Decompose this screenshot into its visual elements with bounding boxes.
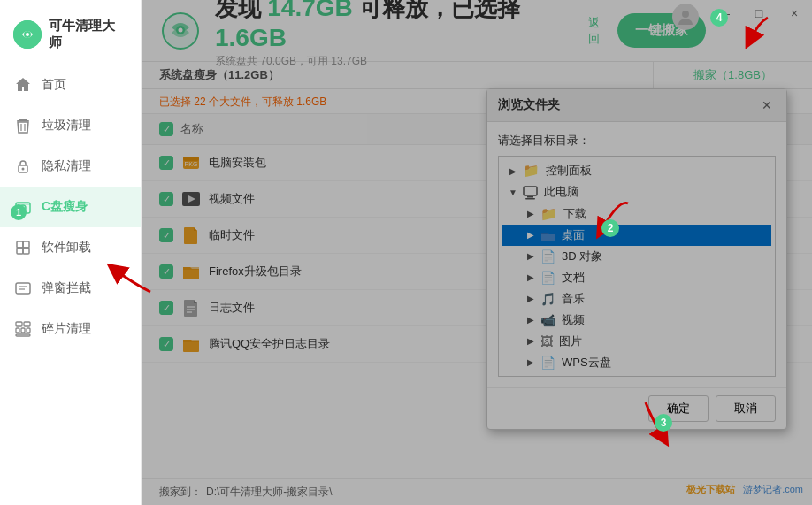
sidebar-item-cdisk-label: C盘瘦身 [42, 199, 88, 215]
sidebar-item-popup[interactable]: 弹窗拦截 [0, 268, 141, 309]
svg-point-2 [26, 33, 29, 36]
sidebar-item-privacy[interactable]: 隐私清理 [0, 146, 141, 187]
sidebar-item-popup-label: 弹窗拦截 [42, 280, 91, 296]
svg-rect-17 [16, 283, 30, 294]
sidebar: 可牛清理大师 首页 垃圾清理 隐私清理 [0, 0, 142, 505]
svg-rect-14 [23, 241, 29, 248]
cdisk-badge: 1 [11, 204, 27, 220]
sidebar-item-software-label: 软件卸载 [42, 240, 91, 256]
svg-rect-23 [21, 328, 25, 333]
app-container: 可牛清理大师 首页 垃圾清理 隐私清理 [0, 0, 812, 505]
trash-icon [13, 116, 33, 135]
popup-icon [13, 279, 33, 298]
svg-rect-16 [23, 248, 29, 254]
sidebar-item-cdisk[interactable]: C盘瘦身 1 [0, 187, 141, 227]
logo-icon [13, 20, 42, 49]
sidebar-item-fragment-label: 碎片清理 [42, 321, 91, 337]
svg-rect-3 [19, 119, 27, 120]
fragment-icon [13, 319, 33, 339]
svg-rect-21 [24, 322, 30, 326]
sidebar-item-home[interactable]: 首页 [0, 65, 141, 105]
sidebar-item-privacy-label: 隐私清理 [42, 158, 91, 174]
svg-rect-24 [27, 328, 30, 333]
sidebar-item-trash-label: 垃圾清理 [42, 118, 91, 134]
sidebar-item-software[interactable]: 软件卸载 [0, 227, 141, 268]
home-icon [13, 75, 33, 95]
main-content: — □ × 发现 14.7GB 可释放，已选择 [142, 0, 812, 505]
logo-text: 可牛清理大师 [49, 18, 127, 51]
sidebar-item-home-label: 首页 [42, 77, 66, 93]
sidebar-logo: 可牛清理大师 [0, 9, 141, 65]
svg-rect-15 [17, 248, 23, 254]
svg-rect-20 [16, 322, 22, 326]
software-icon [13, 238, 33, 257]
svg-rect-22 [16, 328, 19, 333]
svg-rect-25 [16, 334, 30, 336]
lock-icon [13, 157, 33, 176]
sidebar-nav: 首页 垃圾清理 隐私清理 C盘瘦身 [0, 65, 141, 505]
dialog-overlay [142, 0, 812, 505]
sidebar-item-fragment[interactable]: 碎片清理 [0, 309, 141, 349]
sidebar-item-trash[interactable]: 垃圾清理 [0, 105, 141, 146]
svg-rect-13 [17, 241, 23, 248]
svg-point-8 [22, 168, 25, 171]
